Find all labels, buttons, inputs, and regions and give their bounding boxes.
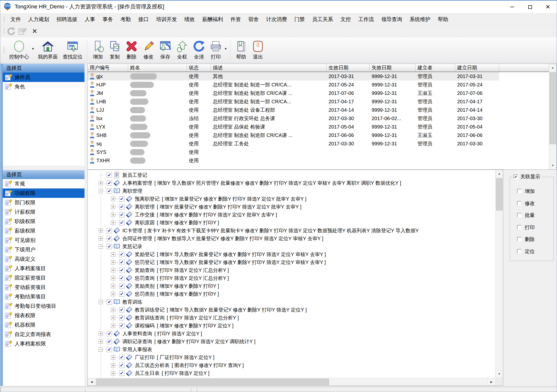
scroll-up-button[interactable]: ▲ bbox=[549, 64, 557, 72]
option-checkbox[interactable] bbox=[517, 201, 522, 206]
menu-考勤[interactable]: 考勤 bbox=[117, 14, 135, 25]
toolbar-button-clear[interactable]: 全清 bbox=[191, 38, 207, 62]
sidebar-item-考勤结果项目[interactable]: 考勤结果项目 bbox=[3, 292, 84, 301]
toolbar-button-locate[interactable]: 查找定位 bbox=[60, 38, 85, 62]
dropdown-arrow-icon[interactable]: ▼ bbox=[224, 47, 227, 51]
sidebar-item-可见级别[interactable]: 可见级别 bbox=[3, 235, 84, 245]
toolbar-button-help[interactable]: 帮助 bbox=[233, 38, 250, 62]
expand-toggle[interactable]: − bbox=[99, 300, 103, 304]
expand-toggle[interactable]: + bbox=[111, 205, 115, 209]
toolbar-grip[interactable] bbox=[3, 16, 4, 23]
expand-toggle[interactable]: + bbox=[111, 221, 115, 225]
dropdown-arrow-icon[interactable]: ▼ bbox=[31, 47, 34, 51]
expand-toggle[interactable]: − bbox=[99, 189, 103, 193]
sidebar-item-角色[interactable]: 角色 bbox=[3, 82, 84, 91]
menu-接口[interactable]: 接口 bbox=[135, 14, 152, 25]
tree-checkbox[interactable]: ✔ bbox=[119, 315, 124, 320]
menu-人力规划[interactable]: 人力规划 bbox=[25, 14, 53, 25]
expand-toggle[interactable]: + bbox=[111, 292, 115, 296]
scroll-down-button[interactable]: ▼ bbox=[496, 370, 503, 378]
tree-item[interactable]: − ✔ 离职管理 bbox=[88, 187, 495, 195]
expand-toggle[interactable]: + bbox=[111, 276, 115, 280]
toolbar-button-home[interactable]: 我的界面 bbox=[35, 38, 60, 62]
tree-checkbox[interactable]: ✔ bbox=[119, 284, 124, 289]
sidebar-item-职级权限[interactable]: 职级权限 bbox=[3, 217, 84, 226]
tree-checkbox[interactable]: ✔ bbox=[107, 173, 112, 178]
tree-item[interactable]: + ✔ 预离职登记 [ 增加Y 批量登记Y 修改Y 删除Y 打印Y 筛选Y 定位… bbox=[88, 195, 495, 203]
tree-item[interactable]: − ✔ 奖惩记录 bbox=[88, 242, 495, 250]
menu-绩效[interactable]: 绩效 bbox=[181, 14, 198, 25]
sidebar-item-下级用户[interactable]: 下级用户 bbox=[3, 245, 84, 254]
expand-toggle[interactable]: + bbox=[111, 197, 115, 201]
tree-checkbox[interactable]: ✔ bbox=[119, 220, 124, 225]
tree-item[interactable]: + ✔ 奖励查询 [ 打印Y 筛选Y 定位Y 汇总分析Y ] bbox=[88, 266, 495, 274]
tree-item[interactable]: + ✔ 惩罚类别 [ 增加Y 修改Y 删除Y 打印Y ] bbox=[88, 290, 495, 298]
menu-招聘选拔[interactable]: 招聘选拔 bbox=[53, 14, 81, 25]
expand-toggle[interactable]: + bbox=[111, 363, 115, 367]
menu-帮助[interactable]: 帮助 bbox=[434, 14, 452, 25]
column-header[interactable]: 生效日期 bbox=[327, 64, 370, 72]
menu-门禁[interactable]: 门禁 bbox=[291, 14, 308, 25]
link-option-增加[interactable]: 增加 bbox=[517, 188, 535, 194]
tree-item[interactable]: + ✔ 离职管理 [ 增加Y 批量登记Y 修改Y 删除Y 打印Y 筛选Y 定位Y… bbox=[88, 203, 495, 211]
expand-toggle[interactable]: + bbox=[99, 229, 103, 233]
tree-item[interactable]: + ✔ 调职记录查询 [ 修改Y 删除Y 打印Y 筛选Y 定位Y 调职统计Y ] bbox=[88, 338, 495, 345]
tree-item[interactable]: + ✔ IC卡管理 [ 发卡Y 补卡Y 有效卡下载至卡钟Y 批量制卡Y 修改Y … bbox=[88, 227, 495, 235]
link-option-修改[interactable]: 修改 bbox=[517, 200, 535, 207]
tree-item[interactable]: + ✔ 人事档案管理 [ 增加Y 导入数据Y 照片管理Y 批量修改Y 修改Y 删… bbox=[88, 179, 495, 187]
sidebar-item-薪级权限[interactable]: 薪级权限 bbox=[3, 226, 84, 235]
link-display-legend[interactable]: ✔ 关联显示 bbox=[512, 173, 542, 180]
column-header[interactable]: 建立者 bbox=[416, 64, 455, 72]
menu-文控[interactable]: 文控 bbox=[337, 14, 355, 25]
sidebar-item-固定薪资项目[interactable]: 固定薪资项目 bbox=[3, 273, 84, 283]
menu-文件[interactable]: 文件 bbox=[7, 14, 25, 25]
scrollbar-thumb[interactable] bbox=[550, 72, 556, 144]
link-option-批量[interactable]: 批量 bbox=[517, 212, 535, 218]
tree-item[interactable]: + ✔ 离职原因 [ 增加Y 修改Y 删除Y 打印Y ] bbox=[88, 219, 495, 227]
menu-员工关系[interactable]: 员工关系 bbox=[308, 14, 337, 25]
table-row[interactable]: sq 使用 总经理室 工务处 2017-03-30 9999-12-31 管理员… bbox=[88, 139, 499, 148]
toolbar-button-grant[interactable]: 全权 bbox=[174, 38, 191, 62]
sidebar-item-机器权限[interactable]: 机器权限 bbox=[3, 320, 84, 330]
expand-toggle[interactable]: + bbox=[111, 316, 115, 320]
table-vertical-scrollbar[interactable]: ▲ ▼ bbox=[549, 64, 557, 169]
menu-系统维护[interactable]: 系统维护 bbox=[406, 14, 434, 25]
link-option-定位[interactable]: 定位 bbox=[517, 248, 535, 255]
sidebar-item-操作员[interactable]: 操作员 bbox=[3, 73, 84, 82]
tree-item[interactable]: + ✔ 教育训练登记 [ 增加Y 导入数据Y 批量登记Y 修改Y 删除Y 打印Y… bbox=[88, 306, 495, 314]
expand-toggle[interactable]: − bbox=[99, 244, 103, 249]
tree-item[interactable]: + ✔ 工作交接 [ 增加Y 修改Y 删除Y 打印Y 筛选Y 定位Y 批审Y 去… bbox=[88, 211, 495, 219]
column-header[interactable]: 姓名 bbox=[128, 64, 187, 72]
toolbar-button-back[interactable]: 控制中心 ▼ bbox=[7, 38, 35, 62]
toolbar-button-edit[interactable]: 修改 bbox=[140, 38, 157, 62]
scrollbar-thumb[interactable] bbox=[496, 178, 502, 210]
toolbar-button-delete[interactable]: 删除 bbox=[123, 38, 140, 62]
column-header[interactable]: 失效日期 bbox=[370, 64, 416, 72]
tree-item[interactable]: ✔ 新员工登记 bbox=[88, 171, 495, 179]
tree-item[interactable]: + ✔ 人事资料查询 [ 打印Y 筛选Y 定位Y ] bbox=[88, 330, 495, 338]
column-header[interactable]: 描述 bbox=[211, 64, 327, 72]
tree-checkbox[interactable]: ✔ bbox=[119, 355, 124, 360]
column-header[interactable]: 用户编号 bbox=[88, 64, 128, 72]
tree-item[interactable]: + ✔ 课程编码 [ 增加Y 修改Y 删除Y 打印Y 定位Y ] bbox=[88, 322, 495, 330]
sidebar-item-计薪权限[interactable]: 计薪权限 bbox=[3, 207, 84, 217]
expand-toggle[interactable]: + bbox=[99, 332, 103, 336]
tree-checkbox[interactable]: ✔ bbox=[119, 363, 124, 368]
sidebar-item-高级定义[interactable]: 高级定义 bbox=[3, 254, 84, 264]
sidebar-item-自定义查询报表[interactable]: 自定义查询报表 bbox=[3, 330, 84, 339]
expand-toggle[interactable]: + bbox=[99, 340, 103, 344]
tree-checkbox[interactable]: ✔ bbox=[119, 291, 124, 297]
tree-item[interactable]: + ✔ 员工状态分析表 [ 图表打印Y 修改Y 打印Y 查询Y ] bbox=[88, 361, 495, 369]
toolbar-button-save[interactable]: 保存 bbox=[157, 38, 174, 62]
tree-item[interactable]: + ✔ 惩罚查询 [ 打印Y 筛选Y 定位Y 汇总分析Y ] bbox=[88, 274, 495, 282]
tree-checkbox[interactable]: ✔ bbox=[119, 212, 124, 217]
expand-toggle[interactable]: + bbox=[111, 260, 115, 264]
tree-checkbox[interactable]: ✔ bbox=[119, 323, 124, 328]
sidebar-item-人事档案项目[interactable]: 人事档案项目 bbox=[3, 264, 84, 273]
menu-计次消费[interactable]: 计次消费 bbox=[262, 14, 291, 25]
minimize-button[interactable] bbox=[503, 0, 521, 13]
tree-checkbox[interactable]: ✔ bbox=[107, 228, 112, 233]
tree-checkbox[interactable]: ✔ bbox=[107, 347, 112, 352]
tree-horizontal-scrollbar[interactable]: ◀ ▶ bbox=[88, 378, 495, 386]
sync-disabled-icon[interactable] bbox=[7, 27, 16, 36]
